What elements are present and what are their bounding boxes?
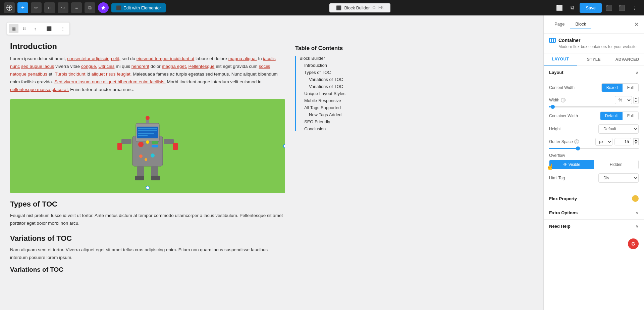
gutter-thumb[interactable]: [576, 146, 580, 150]
height-select[interactable]: Default Fit to Screen Min Height: [598, 124, 639, 134]
advanced-tab[interactable]: ADVANCED: [610, 53, 644, 65]
link-consectetur[interactable]: consectetur adipiscing elit,: [67, 56, 120, 61]
bottom-actions: G: [544, 233, 644, 255]
redo-button[interactable]: ↪: [58, 2, 68, 13]
width-track: [549, 106, 639, 107]
link-sed2[interactable]: Sed viverra ipsum nunc aliquet bibendum …: [54, 79, 166, 84]
layout-tab[interactable]: LAYOUT: [544, 53, 577, 65]
gutter-unit-select[interactable]: px%em: [595, 138, 612, 146]
link-ultricies[interactable]: Ultricies: [98, 64, 114, 69]
layout-section-header[interactable]: Layout ∧: [544, 66, 644, 79]
html-tag-select[interactable]: Div Section Article Header Footer: [598, 173, 639, 183]
boxed-button[interactable]: Boxed: [602, 84, 623, 92]
block-resize-button[interactable]: ↕: [31, 24, 40, 33]
width-slider: [549, 106, 639, 107]
link-magna[interactable]: magna aliqua.: [228, 56, 257, 61]
block-style-button[interactable]: ▦: [9, 24, 18, 33]
gutter-track: [549, 148, 639, 149]
content-area: Introduction Lorem ipsum dolor sit amet,…: [7, 38, 537, 279]
width-thumb[interactable]: [551, 105, 555, 109]
width-up-button[interactable]: ▲: [633, 97, 639, 100]
more-options-button[interactable]: ⋮: [629, 2, 640, 13]
container-icon: [549, 38, 556, 43]
container-width-label: Container Width: [549, 114, 578, 118]
block-more-button[interactable]: ⋮: [58, 24, 67, 33]
close-panel-button[interactable]: ✕: [634, 21, 639, 28]
article-image: [10, 99, 285, 193]
hidden-button[interactable]: Hidden: [594, 160, 639, 169]
link-eiusmod[interactable]: eiusmod tempor incididunt ut: [137, 56, 195, 61]
block-builder-icon: ⬛: [336, 5, 341, 10]
section2-heading: Types of TOC: [10, 200, 285, 209]
toc-item-variations1[interactable]: Variations of TOC: [300, 77, 376, 82]
gutter-input[interactable]: [614, 138, 631, 145]
toc-item-mobile[interactable]: Mobile Responsive: [300, 98, 376, 103]
extra-options-header[interactable]: Extra Options ∨: [544, 206, 644, 220]
toc-item-seo[interactable]: SEO Friendly: [300, 119, 376, 124]
visible-button[interactable]: 👁 Visible: [549, 160, 594, 169]
user-avatar[interactable]: G: [628, 238, 639, 249]
svg-point-24: [145, 158, 147, 161]
full-button[interactable]: Full: [623, 84, 638, 92]
need-help-header[interactable]: Need Help ∨: [544, 220, 644, 233]
style-tab[interactable]: STYLE: [577, 53, 611, 65]
external-link-button[interactable]: ⧉: [567, 2, 578, 13]
width-unit-select[interactable]: %pxem: [615, 96, 632, 104]
svg-rect-27: [552, 39, 553, 42]
save-button[interactable]: Save: [580, 3, 602, 13]
width-info-icon[interactable]: ⓘ: [561, 98, 566, 102]
gutter-fill: [549, 148, 576, 149]
gutter-info-icon[interactable]: ⓘ: [574, 139, 579, 144]
link-hendrerit[interactable]: hendrerit: [131, 64, 149, 69]
toc-item-conclusion[interactable]: Conclusion: [300, 126, 376, 131]
section4-heading: Variations of TOC: [10, 266, 285, 273]
gutter-stepper[interactable]: ▲ ▼: [633, 138, 639, 145]
wordpress-logo[interactable]: [4, 2, 15, 13]
panel-toggle-button[interactable]: ⬛: [616, 2, 627, 13]
svg-rect-17: [152, 141, 158, 144]
block-tab[interactable]: Block: [570, 19, 591, 29]
toc-box: Table of Contents Block Builder Introduc…: [295, 42, 376, 276]
width-unit-row: %pxem ▲ ▼: [615, 96, 639, 104]
undo-button[interactable]: ↩: [44, 2, 55, 13]
container-title: Container: [558, 38, 580, 43]
toc-item-unique[interactable]: Unique Layout Styles: [300, 91, 376, 96]
toc-item-blockbuilder[interactable]: Block Builder: [300, 56, 376, 61]
link-pellentesque[interactable]: Pellentesque: [188, 64, 214, 69]
flex-property-header[interactable]: Flex Property: [544, 191, 644, 206]
block-align-button[interactable]: ⬛: [44, 24, 54, 33]
link-sed[interactable]: sed augue lacus: [21, 64, 54, 69]
width-stepper[interactable]: ▲ ▼: [633, 97, 639, 103]
add-block-button[interactable]: +: [17, 2, 28, 13]
link-turpis[interactable]: Turpis tincidunt: [55, 72, 85, 77]
svg-rect-3: [137, 127, 158, 138]
svg-point-25: [151, 153, 155, 158]
toc-item-tags[interactable]: All Tags Supported: [300, 105, 376, 110]
purple-logo-button[interactable]: [98, 2, 109, 13]
monitor-icon-button[interactable]: ⬜: [554, 2, 565, 13]
link-pellentesque2[interactable]: pellentesque massa placerat.: [10, 87, 69, 92]
edit-button[interactable]: ✏: [31, 2, 42, 13]
content-width-label: Content Width: [549, 85, 575, 90]
toc-item-types[interactable]: Types of TOC: [300, 70, 376, 75]
resize-handle-right[interactable]: [283, 144, 285, 148]
width-down-button[interactable]: ▼: [633, 100, 639, 103]
link-magna2[interactable]: magna eget.: [162, 64, 187, 69]
link-congue[interactable]: congue.: [81, 64, 97, 69]
toc-item-introduction[interactable]: Introduction: [300, 63, 376, 68]
gutter-up-button[interactable]: ▲: [633, 138, 639, 142]
resize-handle-bottom[interactable]: [146, 186, 150, 190]
edit-with-elementor-button[interactable]: ⬛ Edit with Elementor: [111, 3, 166, 12]
svg-rect-11: [121, 139, 131, 144]
list-view-button[interactable]: ≡: [71, 2, 82, 13]
toc-item-newtags[interactable]: New Tags Added: [300, 112, 376, 117]
gutter-down-button[interactable]: ▼: [633, 142, 639, 145]
copy-button[interactable]: ⧉: [85, 2, 95, 13]
toc-item-variations2[interactable]: Variations of TOC: [300, 84, 376, 89]
block-move-button[interactable]: ⠿: [20, 24, 29, 33]
full2-button[interactable]: Full: [623, 112, 638, 120]
default-button[interactable]: Default: [600, 112, 623, 120]
page-tab[interactable]: Page: [549, 19, 570, 29]
responsive-toggle-button[interactable]: ⬛: [604, 2, 614, 13]
link-aliquet[interactable]: aliquet risus feugiat.: [91, 72, 131, 77]
